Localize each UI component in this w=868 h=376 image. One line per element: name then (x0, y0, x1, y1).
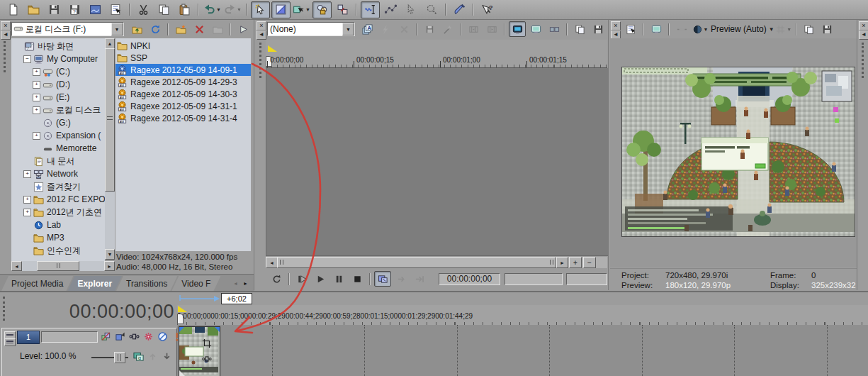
lock-envelopes-button[interactable] (312, 1, 332, 18)
trimmer-selection-start[interactable] (505, 273, 562, 285)
collapse-icon[interactable]: − (23, 55, 31, 63)
tab-video-f[interactable]: Video F (171, 276, 220, 291)
address-combo[interactable]: 로컬 디스크 (F:) ▼ (11, 22, 124, 36)
tree-item-lab[interactable]: Lab (11, 219, 105, 231)
video-event-clip[interactable] (179, 326, 220, 376)
timeline-ruler[interactable]: 0:00:00;0000:00:15;0000:00:29;2900:00:44… (177, 312, 868, 326)
tree-item-2012년-기초연[interactable]: +2012년 기초연 (11, 206, 105, 219)
collapse-panel-icon[interactable]: ◄ (257, 31, 266, 40)
ungroup-button[interactable] (333, 1, 352, 18)
track-name-field[interactable] (41, 331, 98, 343)
close-icon[interactable]: × (859, 21, 868, 31)
tree-item-로컬-디스크[interactable]: +로컬 디스크 (11, 104, 105, 116)
trimmer-media-area[interactable] (266, 68, 609, 256)
close-icon[interactable]: × (257, 21, 266, 31)
file-item[interactable]: AVIRagexe 2012-05-09 14-31-1 (115, 100, 251, 112)
multiview-button[interactable] (546, 21, 563, 37)
copy-button[interactable] (154, 1, 174, 18)
tree-item-바탕-화면[interactable]: 바탕 화면 (11, 40, 105, 52)
audio-monitor-button[interactable] (527, 21, 544, 37)
up-level-button[interactable] (128, 21, 145, 37)
zoom-out-icon[interactable]: − (583, 257, 596, 268)
delete-button[interactable] (191, 21, 208, 37)
close-icon[interactable]: × (1, 21, 11, 31)
new-folder-button[interactable] (172, 21, 189, 37)
edit-details-button[interactable] (622, 21, 639, 37)
file-item[interactable]: SSP (115, 52, 251, 64)
tree-item-내-문서[interactable]: 내 문서 (11, 155, 105, 167)
mix-preview-button[interactable] (374, 271, 391, 287)
scroll-up-icon[interactable]: ▲ (105, 38, 115, 49)
expand-down-button[interactable] (159, 350, 174, 363)
env-points-button[interactable] (381, 1, 400, 18)
pause-button[interactable] (330, 271, 347, 287)
expand-icon[interactable]: + (33, 81, 40, 89)
chevron-down-icon[interactable]: ▼ (216, 7, 221, 12)
chevron-down-icon[interactable]: ▼ (342, 23, 354, 35)
track-fx-gear-button[interactable] (141, 330, 155, 343)
chevron-down-icon[interactable]: ▼ (787, 27, 791, 32)
edit-envelope-button[interactable] (271, 1, 291, 18)
timeline-big-timecode[interactable]: 00:00:00;00 (14, 301, 174, 323)
chevron-down-icon[interactable]: ▼ (111, 23, 123, 35)
ext-monitor-button[interactable] (648, 21, 665, 37)
expand-icon[interactable]: + (23, 209, 31, 216)
timeline-marker-lane[interactable] (177, 305, 868, 312)
file-item[interactable]: AVIRagexe 2012-05-09 14-30-3 (115, 88, 251, 100)
tree-item-my-computer[interactable]: −My Computer (11, 52, 105, 65)
expand-icon[interactable]: + (23, 170, 31, 178)
expand-icon[interactable]: + (23, 196, 31, 204)
file-item[interactable]: NPKI (115, 40, 251, 52)
scroll-right-icon[interactable]: ► (556, 257, 568, 268)
play-button[interactable] (312, 271, 329, 287)
save-button[interactable] (45, 1, 64, 18)
tree-hscrollbar[interactable]: ◄ ► (11, 261, 115, 271)
video-preview-button[interactable] (509, 21, 526, 37)
trimmer-selection-length[interactable] (566, 273, 607, 285)
tree-vscrollbar[interactable]: ▲ ▼ (105, 38, 115, 260)
tree-item-expansion-[interactable]: +Expansion ( (11, 129, 105, 142)
file-item[interactable]: AVIRagexe 2012-05-09 14-31-4 (115, 112, 251, 124)
tree-item-2012-fc-expo[interactable]: +2012 FC EXPO (11, 193, 105, 206)
undo-button[interactable]: ▼ (203, 1, 222, 18)
event-fade-handle[interactable] (179, 370, 185, 376)
event-pan-icon[interactable] (202, 354, 212, 364)
track-comp-button[interactable] (113, 330, 127, 343)
stop-button[interactable] (349, 271, 366, 287)
mute-button[interactable] (155, 330, 169, 343)
scroll-right-icon[interactable]: ► (104, 261, 115, 271)
edit-normal-button[interactable] (251, 1, 270, 18)
tree-item--d-[interactable]: +(D:) (11, 78, 105, 91)
chevron-down-icon[interactable]: ▼ (704, 27, 709, 32)
panel-grip[interactable] (3, 297, 7, 321)
refresh-button[interactable] (147, 21, 164, 37)
copy-button[interactable] (571, 21, 588, 37)
tree-item-인수인계[interactable]: 인수인계 (11, 244, 105, 257)
open-button[interactable] (24, 1, 43, 18)
selection-dashed-button[interactable] (402, 1, 421, 18)
zoom-dashed-button[interactable] (422, 1, 441, 18)
marker-icon[interactable] (268, 45, 277, 52)
expand-icon[interactable]: + (33, 68, 40, 76)
scroll-thumb[interactable] (277, 257, 556, 268)
tab-project-media[interactable]: Project Media (1, 276, 73, 291)
file-item[interactable]: AVIRagexe 2012-05-09 14-09-1 (115, 64, 251, 76)
paint-button[interactable] (450, 1, 469, 18)
panel-grip[interactable] (862, 43, 866, 78)
zoom-in-icon[interactable]: + (569, 257, 582, 268)
start-preview-button[interactable] (235, 21, 252, 37)
scroll-left-icon[interactable]: ◄ (11, 261, 22, 271)
save-button[interactable] (819, 21, 836, 37)
chevron-down-icon[interactable]: ▼ (305, 7, 310, 12)
trimmer-fx-combo[interactable]: (None) ▼ (267, 22, 355, 36)
new-project-button[interactable] (4, 1, 23, 18)
tree-item-mp3[interactable]: MP3 (11, 231, 105, 244)
project-properties-button[interactable]: ? (65, 1, 84, 18)
event-crop-icon[interactable] (202, 338, 212, 348)
scroll-thumb[interactable] (37, 261, 79, 271)
track-number[interactable]: 1 (17, 331, 40, 344)
paste-button[interactable] (175, 1, 194, 18)
close-icon[interactable]: × (611, 21, 621, 31)
track-content-area[interactable] (177, 325, 868, 376)
snapping-button[interactable] (361, 1, 380, 18)
